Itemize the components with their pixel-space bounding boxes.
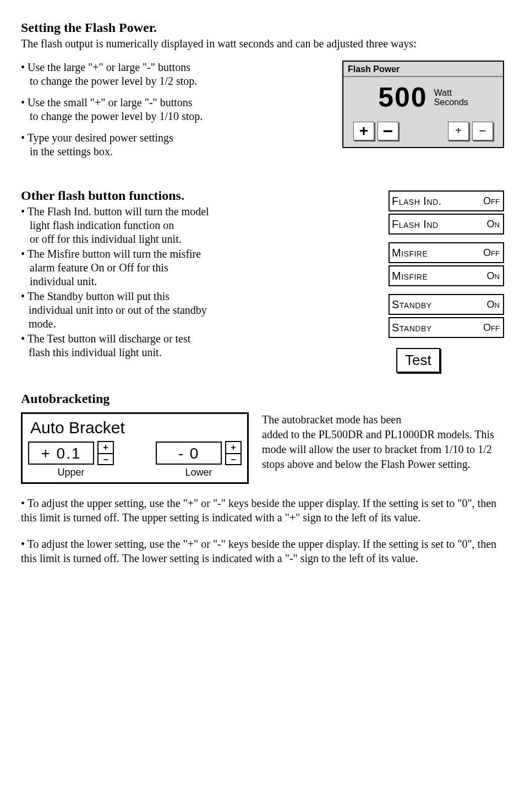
status-label: Standby	[392, 321, 432, 335]
upper-value-display[interactable]: + 0.1	[28, 442, 94, 465]
bullet-text: • The Flash Ind. button will turn the mo…	[21, 205, 330, 219]
ab-text-line: The autobracket mode has been	[262, 413, 401, 426]
list-item: • Type your desired power settings in th…	[21, 131, 320, 159]
status-label: Misfire	[392, 269, 428, 283]
status-label: Flash Ind	[392, 217, 439, 231]
bullet-text: alarm feature On or Off for this	[21, 261, 330, 275]
bullet-text: • The Misfire button will turn the misfi…	[21, 247, 330, 261]
paragraph-lower: • To adjust the lower setting, use the "…	[21, 537, 504, 565]
upper-plus-button[interactable]: +	[99, 442, 113, 453]
status-label: Flash Ind.	[392, 194, 442, 208]
standby-off-button[interactable]: Standby Off	[389, 317, 504, 338]
flash-power-unit: Watt Seconds	[434, 88, 468, 107]
status-state: On	[487, 298, 500, 311]
bullet-text: • Use the small "+" or large "-" buttons	[21, 96, 320, 110]
flash-ind-off-button[interactable]: Flash Ind. Off	[389, 190, 504, 211]
bullet-text: individual unit into or out of the stand…	[21, 303, 330, 317]
status-state: Off	[483, 321, 500, 334]
lower-label: Lower	[185, 466, 212, 479]
list-item: • Use the small "+" or large "-" buttons…	[21, 96, 320, 123]
bullet-text: • The Standby button will put this	[21, 290, 330, 303]
status-label: Standby	[392, 298, 432, 312]
status-state: On	[487, 270, 500, 282]
flash-power-title: Flash Power	[343, 62, 503, 77]
upper-minus-button[interactable]: −	[99, 453, 113, 465]
status-label: Misfire	[392, 246, 428, 260]
standby-on-button[interactable]: Standby On	[389, 294, 504, 315]
status-state: On	[487, 218, 500, 231]
bullet-text: to change the power level by 1/2 stop.	[21, 74, 320, 88]
paragraph-upper: • To adjust the upper setting, use the "…	[21, 496, 504, 525]
bullet-text: light flash indication function on	[21, 219, 330, 232]
list-item: • The Misfire button will turn the misfi…	[21, 247, 330, 288]
upper-label: Upper	[57, 466, 84, 479]
unit-line: Seconds	[434, 97, 468, 107]
lower-minus-button[interactable]: −	[226, 453, 240, 465]
small-plus-button[interactable]: +	[448, 122, 469, 140]
auto-bracket-panel: Auto Bracket + 0.1 + − Upper - 0	[21, 412, 249, 484]
status-state: Off	[483, 195, 500, 208]
misfire-on-button[interactable]: Misfire On	[389, 265, 504, 286]
list-item: • Use the large "+" or large "-" buttons…	[21, 61, 320, 88]
bullet-text: • Use the large "+" or large "-" buttons	[21, 61, 320, 74]
bullet-text: • The Test button will discharge or test	[21, 332, 330, 346]
auto-bracket-title: Auto Bracket	[28, 417, 242, 438]
unit-line: Watt	[434, 88, 452, 97]
other-functions-bullet-list: • The Flash Ind. button will turn the mo…	[21, 205, 330, 359]
list-item: • The Standby button will put this indiv…	[21, 290, 330, 331]
lower-plus-button[interactable]: +	[226, 442, 240, 453]
flash-power-panel: Flash Power 500 Watt Seconds + − + −	[342, 61, 504, 148]
bullet-text: in the settings box.	[21, 145, 320, 159]
intro-text: The flash output is numerically displaye…	[21, 37, 504, 51]
bullet-text: mode.	[21, 317, 330, 331]
large-plus-button[interactable]: +	[353, 122, 374, 140]
flash-power-bullet-list: • Use the large "+" or large "-" buttons…	[21, 61, 320, 159]
large-minus-button[interactable]: −	[378, 122, 398, 140]
bullet-text: • Type your desired power settings	[21, 131, 320, 145]
heading-autobracketing: Autobracketing	[21, 390, 504, 407]
bullet-text: to change the power level by 1/10 stop.	[21, 110, 320, 123]
bullet-text: individual unit.	[21, 275, 330, 288]
lower-value-display[interactable]: - 0	[156, 442, 222, 465]
flash-ind-on-button[interactable]: Flash Ind On	[389, 214, 504, 235]
ab-text-line: added to the PL500DR and PL1000DR models…	[262, 428, 494, 470]
status-buttons-illustration: Flash Ind. Off Flash Ind On Misfire Off …	[389, 190, 504, 373]
bullet-text: or off for this individual light unit.	[21, 232, 330, 246]
heading-other-functions: Other flash button functions.	[21, 187, 330, 204]
misfire-off-button[interactable]: Misfire Off	[389, 242, 504, 263]
status-state: Off	[483, 247, 500, 259]
bullet-text: flash this individual light unit.	[21, 346, 330, 359]
flash-power-value[interactable]: 500	[378, 80, 427, 115]
test-button[interactable]: Test	[396, 348, 440, 373]
small-minus-button[interactable]: −	[472, 122, 493, 140]
list-item: • The Flash Ind. button will turn the mo…	[21, 205, 330, 246]
upper-stepper: + −	[97, 441, 114, 465]
list-item: • The Test button will discharge or test…	[21, 332, 330, 359]
lower-stepper: + −	[225, 441, 242, 465]
heading-flash-power: Setting the Flash Power.	[21, 19, 504, 36]
autobracket-description: The autobracket mode has been added to t…	[262, 412, 504, 472]
